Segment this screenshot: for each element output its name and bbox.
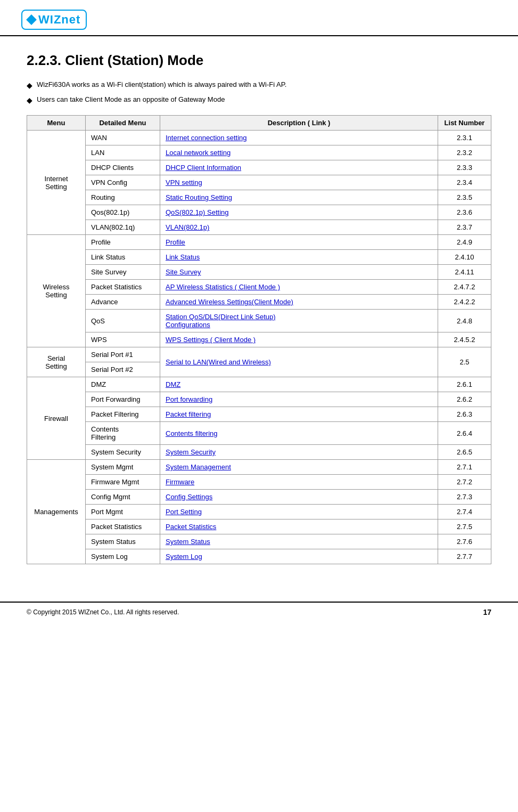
cell-list: 2.4.7.2 (438, 280, 491, 295)
cell-description: Config Settings (160, 490, 438, 505)
cell-detailed: Port Forwarding (86, 392, 160, 407)
cell-detailed: DMZ (86, 377, 160, 392)
link-qos[interactable]: Station QoS/DLS(Direct Link Setup) Confi… (166, 313, 276, 329)
table-row: System LogSystem Log2.7.7 (27, 549, 491, 564)
cell-detailed: Contents Filtering (86, 422, 160, 445)
cell-list: 2.3.4 (438, 175, 491, 190)
link-desc[interactable]: System Status (166, 538, 210, 546)
page-number: 17 (483, 608, 491, 616)
cell-list: 2.4.9 (438, 235, 491, 250)
link-desc[interactable]: Profile (166, 238, 185, 246)
cell-menu: Firewall (27, 377, 86, 460)
cell-menu: Managements (27, 460, 86, 564)
bullet-text-1: WizFi630A works as a Wi-Fi client(statio… (37, 80, 286, 88)
cell-description: Internet connection setting (160, 131, 438, 145)
th-detailed: Detailed Menu (86, 116, 160, 131)
link-desc[interactable]: Packet filtering (166, 410, 211, 418)
cell-detailed: VPN Config (86, 175, 160, 190)
link-desc[interactable]: QoS(802.1p) Setting (166, 208, 229, 216)
cell-detailed: Packet Statistics (86, 280, 160, 295)
link-desc[interactable]: Advanced Wireless Settings(Client Mode) (166, 298, 293, 306)
link-desc[interactable]: System Log (166, 553, 202, 561)
main-content: 2.2.3. Client (Station) Mode ◆ WizFi630A… (0, 36, 518, 602)
link-desc[interactable]: System Management (166, 463, 231, 471)
link-desc[interactable]: WPS Settings ( Client Mode ) (166, 336, 256, 344)
cell-description: AP Wireless Statistics ( Client Mode ) (160, 280, 438, 295)
cell-description: Local network setting (160, 145, 438, 160)
cell-list: 2.3.2 (438, 145, 491, 160)
table-row: Firmware MgmtFirmware2.7.2 (27, 475, 491, 490)
bullet-text-2: Users can take Client Mode as an opposit… (37, 95, 225, 103)
cell-list: 2.7.2 (438, 475, 491, 490)
table-row: WPSWPS Settings ( Client Mode )2.4.5.2 (27, 332, 491, 347)
cell-list: 2.7.3 (438, 490, 491, 505)
cell-detailed: Advance (86, 295, 160, 310)
table-row: Packet StatisticsPacket Statistics2.7.5 (27, 519, 491, 534)
cell-detailed: Link Status (86, 250, 160, 265)
link-desc[interactable]: Contents filtering (166, 429, 218, 437)
table-row: Port ForwardingPort forwarding2.6.2 (27, 392, 491, 407)
table-header-row: Menu Detailed Menu Description ( Link ) … (27, 116, 491, 131)
table-row: Qos(802.1p)QoS(802.1p) Setting2.3.6 (27, 205, 491, 220)
table-row: LANLocal network setting2.3.2 (27, 145, 491, 160)
cell-detailed: Routing (86, 190, 160, 205)
cell-detailed: Packet Statistics (86, 519, 160, 534)
table-row: Internet SettingWANInternet connection s… (27, 131, 491, 145)
table-row: Link StatusLink Status2.4.10 (27, 250, 491, 265)
link-desc[interactable]: Static Routing Setting (166, 193, 232, 201)
cell-detailed: System Log (86, 549, 160, 564)
cell-list: 2.3.5 (438, 190, 491, 205)
cell-description: Contents filtering (160, 422, 438, 445)
cell-detailed: WAN (86, 131, 160, 145)
cell-list: 2.3.1 (438, 131, 491, 145)
cell-description: Station QoS/DLS(Direct Link Setup) Confi… (160, 310, 438, 332)
cell-detailed: System Status (86, 534, 160, 549)
cell-list: 2.4.10 (438, 250, 491, 265)
cell-description: System Log (160, 549, 438, 564)
cell-list: 2.3.7 (438, 220, 491, 235)
link-desc[interactable]: Firmware (166, 478, 194, 486)
cell-description: Profile (160, 235, 438, 250)
link-desc[interactable]: Port forwarding (166, 395, 212, 403)
cell-list: 2.4.11 (438, 265, 491, 280)
cell-description: QoS(802.1p) Setting (160, 205, 438, 220)
th-list: List Number (438, 116, 491, 131)
cell-detailed: LAN (86, 145, 160, 160)
cell-description: Static Routing Setting (160, 190, 438, 205)
cell-detailed: System Security (86, 445, 160, 460)
table-row: Contents FilteringContents filtering2.6.… (27, 422, 491, 445)
link-desc[interactable]: Link Status (166, 253, 200, 261)
table-row: VLAN(802.1q)VLAN(802.1p)2.3.7 (27, 220, 491, 235)
link-desc[interactable]: Internet connection setting (166, 134, 247, 142)
link-desc[interactable]: Local network setting (166, 149, 231, 157)
link-desc[interactable]: Site Survey (166, 268, 201, 276)
cell-description: Advanced Wireless Settings(Client Mode) (160, 295, 438, 310)
link-serial[interactable]: Serial to LAN(Wired and Wireless) (166, 358, 271, 366)
link-desc[interactable]: VLAN(802.1p) (166, 223, 209, 231)
cell-list: 2.4.5.2 (438, 332, 491, 347)
link-desc[interactable]: DMZ (166, 380, 180, 388)
link-desc[interactable]: Config Settings (166, 493, 212, 501)
cell-menu: Serial Setting (27, 347, 86, 377)
table-row: Packet StatisticsAP Wireless Statistics … (27, 280, 491, 295)
cell-detailed: Port Mgmt (86, 505, 160, 519)
cell-detailed: System Mgmt (86, 460, 160, 475)
cell-list: 2.3.6 (438, 205, 491, 220)
cell-list: 2.7.1 (438, 460, 491, 475)
link-desc[interactable]: VPN setting (166, 178, 202, 186)
link-desc[interactable]: DHCP Client Information (166, 164, 241, 172)
link-desc[interactable]: Port Setting (166, 508, 202, 516)
bullet-item-2: ◆ Users can take Client Mode as an oppos… (27, 95, 491, 106)
table-row: Config MgmtConfig Settings2.7.3 (27, 490, 491, 505)
table-row: Site SurveySite Survey2.4.11 (27, 265, 491, 280)
cell-list: 2.7.5 (438, 519, 491, 534)
table-row: Port MgmtPort Setting2.7.4 (27, 505, 491, 519)
cell-description: Firmware (160, 475, 438, 490)
cell-description: System Management (160, 460, 438, 475)
cell-list: 2.6.2 (438, 392, 491, 407)
link-desc[interactable]: Packet Statistics (166, 523, 216, 531)
cell-detailed: Serial Port #2 (86, 362, 160, 377)
link-desc[interactable]: System Security (166, 448, 216, 456)
table-row: VPN ConfigVPN setting2.3.4 (27, 175, 491, 190)
link-desc[interactable]: AP Wireless Statistics ( Client Mode ) (166, 283, 280, 291)
